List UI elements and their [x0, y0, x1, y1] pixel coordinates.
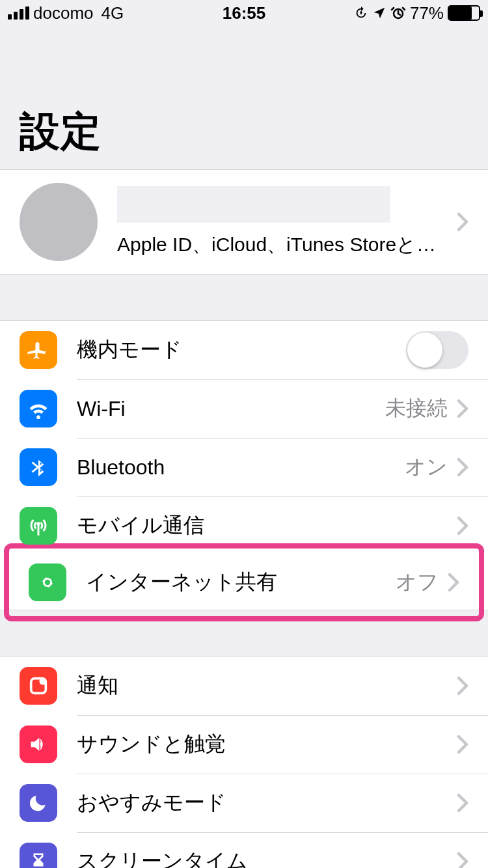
chevron-right-icon	[448, 573, 459, 592]
profile-name-redacted	[117, 186, 390, 223]
location-icon	[372, 6, 386, 20]
chevron-right-icon	[457, 457, 468, 477]
row-label: インターネット共有	[86, 568, 396, 597]
row-value: 未接続	[385, 394, 448, 423]
moon-icon	[20, 784, 57, 822]
wifi-icon	[20, 390, 57, 427]
group-general: 通知 サウンドと触覚 おやすみモード スクリーンタイム	[0, 656, 488, 868]
annotation-highlight: インターネット共有 オフ	[4, 543, 484, 621]
status-right: 77%	[354, 3, 480, 23]
row-label: モバイル通信	[77, 511, 457, 540]
carrier-label: docomo	[33, 3, 94, 23]
row-label: 機内モード	[77, 336, 406, 364]
row-sounds[interactable]: サウンドと触覚	[0, 715, 488, 774]
row-personal-hotspot[interactable]: インターネット共有 オフ	[9, 549, 479, 616]
network-type-label: 4G	[102, 3, 124, 23]
svg-point-3	[39, 677, 46, 685]
row-airplane-mode[interactable]: 機内モード	[0, 321, 488, 379]
battery-percent-label: 77%	[410, 3, 444, 23]
row-label: Bluetooth	[77, 455, 405, 480]
status-left: docomo 4G	[8, 3, 124, 23]
row-apple-id[interactable]: Apple ID、iCloud、iTunes StoreとApp S...	[0, 170, 488, 274]
hotspot-link-icon	[29, 563, 66, 601]
row-bluetooth[interactable]: Bluetooth オン	[0, 438, 488, 496]
notifications-icon	[20, 667, 57, 705]
profile-subtitle: Apple ID、iCloud、iTunes StoreとApp S...	[117, 232, 442, 258]
avatar	[20, 183, 98, 261]
row-wifi[interactable]: Wi-Fi 未接続	[0, 379, 488, 438]
chevron-right-icon	[457, 793, 468, 813]
cellular-antenna-icon	[20, 507, 57, 545]
chevron-right-icon	[457, 735, 468, 754]
chevron-right-icon	[457, 212, 468, 232]
group-connectivity: 機内モード Wi-Fi 未接続 Bluetooth オン モバイル通信 インター…	[0, 320, 488, 610]
row-label: 通知	[77, 671, 457, 700]
row-value: オン	[405, 453, 448, 481]
row-label: Wi-Fi	[77, 397, 385, 421]
row-label: おやすみモード	[77, 789, 457, 817]
svg-rect-0	[360, 11, 362, 14]
hourglass-icon	[20, 843, 57, 868]
page-header: 設定	[0, 26, 488, 169]
row-screen-time[interactable]: スクリーンタイム	[0, 832, 488, 868]
airplane-toggle[interactable]	[406, 331, 468, 369]
group-apple-id: Apple ID、iCloud、iTunes StoreとApp S...	[0, 169, 488, 275]
alarm-icon	[390, 5, 406, 21]
chevron-right-icon	[457, 852, 468, 868]
orientation-lock-icon	[354, 6, 368, 20]
airplane-icon	[20, 331, 57, 369]
row-label: スクリーンタイム	[77, 847, 457, 868]
bluetooth-icon	[20, 448, 57, 486]
cellular-signal-icon	[8, 7, 29, 20]
row-cellular[interactable]: モバイル通信	[0, 496, 488, 555]
row-label: サウンドと触覚	[77, 730, 457, 759]
row-do-not-disturb[interactable]: おやすみモード	[0, 774, 488, 832]
row-value: オフ	[396, 568, 439, 597]
sounds-icon	[20, 726, 57, 763]
clock-label: 16:55	[223, 3, 266, 23]
chevron-right-icon	[457, 399, 468, 418]
row-notifications[interactable]: 通知	[0, 657, 488, 715]
status-bar: docomo 4G 16:55 77%	[0, 0, 488, 26]
chevron-right-icon	[457, 516, 468, 536]
page-title: 設定	[20, 104, 468, 159]
chevron-right-icon	[457, 676, 468, 696]
battery-icon	[448, 5, 480, 21]
